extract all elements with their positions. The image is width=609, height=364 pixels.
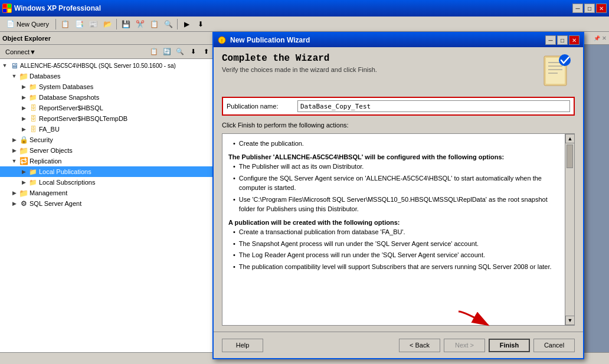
left-panel: Connect▼ 📋 🔄 🔍 ⬇ ⬆ ▼ 🖥 ALLENCHE-A5C5C4\H… <box>0 45 215 364</box>
distributor-text: The Publisher will act as its own Distri… <box>239 162 364 172</box>
bullet-snapshot-agent: • The Snapshot Agent process will run un… <box>228 239 559 249</box>
main-toolbar: 📄 New Query 📋 📑 📰 📂 💾 ✂️ 📋 🔍 ▶ ⬇ <box>0 17 609 32</box>
object-explorer-tree: ▼ 🖥 ALLENCHE-A5C5C4\HBSQL (SQL Server 10… <box>0 59 214 364</box>
tree-item-replication[interactable]: ▼ 🔁 Replication <box>0 156 214 166</box>
expander-replication[interactable]: ▼ <box>9 156 19 166</box>
expander-local-publications[interactable]: ▶ <box>19 167 28 176</box>
local-publications-label: Local Publications <box>39 168 91 175</box>
security-label: Security <box>30 136 53 143</box>
tree-item-security[interactable]: ▶ 🔒 Security <box>0 135 214 145</box>
wizard-subtitle: Verify the choices made in the wizard an… <box>222 66 533 73</box>
tree-item-db-snapshots[interactable]: ▶ 📁 Database Snapshots <box>0 92 214 103</box>
tree-item-system-db[interactable]: ▶ 📁 System Databases <box>0 81 214 92</box>
expander-db-snapshots[interactable]: ▶ <box>19 93 28 102</box>
finish-button[interactable]: Finish <box>489 339 530 352</box>
expander-management[interactable]: ▶ <box>9 188 19 198</box>
toolbar-btn-8[interactable]: 🔍 <box>162 18 175 30</box>
tree-item-local-publications[interactable]: ▶ 📁 Local Publications <box>0 166 214 177</box>
expander-fa-bu[interactable]: ▶ <box>19 124 28 134</box>
next-button[interactable]: Next > <box>444 339 485 352</box>
reportservertemp-icon: 🗄 <box>28 114 38 123</box>
server-icon: 🖥 <box>9 61 19 70</box>
dialog-body: Complete the Wizard Verify the choices m… <box>214 47 583 332</box>
minimize-button[interactable]: ─ <box>572 4 583 13</box>
dialog-maximize-button[interactable]: □ <box>557 35 568 45</box>
maximize-button[interactable]: □ <box>584 4 595 13</box>
expander-sql-server-agent[interactable]: ▶ <box>9 199 19 208</box>
title-bar-buttons: ─ □ ✕ <box>572 4 607 13</box>
bullet-icon-7: • <box>233 250 235 260</box>
toolbar-btn-10[interactable]: ⬇ <box>194 18 207 30</box>
expander-reportservertemp[interactable]: ▶ <box>19 114 28 123</box>
svg-rect-2 <box>3 9 6 12</box>
app-title: Windows XP Professional <box>14 4 572 12</box>
reportserver-label: ReportServer$HBSQL <box>39 104 103 112</box>
system-db-label: System Databases <box>39 83 93 90</box>
toolbar-btn-1[interactable]: 📋 <box>58 18 71 30</box>
toolbar-btn-9[interactable]: ▶ <box>180 18 193 30</box>
content-section-3: A publication will be created with the f… <box>228 218 559 272</box>
snapshot-folder-text: Use 'C:\Program Files\Microsoft SQL Serv… <box>239 195 559 214</box>
bullet-log-reader: • The Log Reader Agent process will run … <box>228 250 559 260</box>
toolbar-btn-7[interactable]: 📋 <box>148 18 161 30</box>
tree-item-server-objects[interactable]: ▶ 📁 Server Objects <box>0 145 214 156</box>
fa-bu-label: FA_BU <box>39 126 60 133</box>
expander-server-objects[interactable]: ▶ <box>9 146 19 155</box>
publication-name-row: Publication name: <box>222 97 575 116</box>
expander-system-db[interactable]: ▶ <box>19 82 28 91</box>
new-publication-dialog: ! New Publication Wizard ─ □ ✕ Complete … <box>212 32 584 359</box>
oe-btn-5[interactable]: ⬆ <box>200 47 212 57</box>
expander-server[interactable]: ▼ <box>0 61 9 70</box>
dialog-close-button[interactable]: ✕ <box>569 35 579 45</box>
db-snapshots-icon: 📁 <box>28 93 38 102</box>
close-button[interactable]: ✕ <box>596 4 607 13</box>
actions-header: Click Finish to perform the following ac… <box>222 122 575 129</box>
oe-btn-3[interactable]: 🔍 <box>174 47 186 57</box>
tree-item-fa-bu[interactable]: ▶ 🗄 FA_BU <box>0 124 214 135</box>
toolbar-btn-3[interactable]: 📰 <box>87 18 100 30</box>
create-pub-text: Create the publication. <box>239 139 304 149</box>
dialog-minimize-button[interactable]: ─ <box>545 35 556 45</box>
toolbar-btn-5[interactable]: 💾 <box>119 18 132 30</box>
fa-bu-icon: 🗄 <box>28 124 38 134</box>
tree-item-sql-server-agent[interactable]: ▶ ⚙ SQL Server Agent <box>0 198 214 209</box>
oe-btn-4[interactable]: ⬇ <box>187 47 199 57</box>
tree-item-reportserver[interactable]: ▶ 🗄 ReportServer$HBSQL <box>0 103 214 113</box>
expander-security[interactable]: ▶ <box>9 135 19 145</box>
bullet-transactional: • Create a transactional publication fro… <box>228 227 559 237</box>
toolbar-btn-6[interactable]: ✂️ <box>133 18 146 30</box>
expander-databases[interactable]: ▼ <box>9 71 19 81</box>
sql-agent-icon: ⚙ <box>19 199 28 208</box>
databases-folder-icon: 📁 <box>19 71 28 81</box>
new-query-button[interactable]: 📄 New Query <box>2 18 53 31</box>
scroll-down-button[interactable]: ▼ <box>565 316 575 325</box>
toolbar-btn-2[interactable]: 📑 <box>73 18 86 30</box>
new-query-icon: 📄 <box>6 20 15 28</box>
tree-item-management[interactable]: ▶ 📁 Management <box>0 188 214 198</box>
oe-btn-2[interactable]: 🔄 <box>161 47 173 57</box>
scroll-up-button[interactable]: ▲ <box>565 134 575 143</box>
toolbar-separator-2 <box>116 19 117 29</box>
cancel-button[interactable]: Cancel <box>533 339 575 352</box>
replication-icon: 🔁 <box>19 156 28 166</box>
management-icon: 📁 <box>19 188 28 198</box>
help-button[interactable]: Help <box>222 339 263 352</box>
publication-name-input[interactable] <box>297 100 570 112</box>
tree-item-databases[interactable]: ▼ 📁 Databases <box>0 71 214 81</box>
dialog-title-buttons: ─ □ ✕ <box>545 35 579 45</box>
oe-btn-1[interactable]: 📋 <box>148 47 160 57</box>
expander-local-subscriptions[interactable]: ▶ <box>19 178 28 187</box>
wizard-content-scroll[interactable]: • Create the publication. The Publisher … <box>222 134 565 325</box>
toolbar-btn-4[interactable]: 📂 <box>101 18 114 30</box>
bullet-compatibility: • The publication compatibility level wi… <box>228 262 559 272</box>
tree-item-local-subscriptions[interactable]: ▶ 📁 Local Subscriptions <box>0 177 214 188</box>
connect-button[interactable]: Connect▼ <box>2 47 39 57</box>
title-bar: Windows XP Professional ─ □ ✕ <box>0 0 609 17</box>
local-publications-icon: 📁 <box>28 167 38 176</box>
bullet-icon-2: • <box>233 162 235 172</box>
tree-item-reportservertemp[interactable]: ▶ 🗄 ReportServer$HBSQLTempDB <box>0 113 214 124</box>
expander-reportserver[interactable]: ▶ <box>19 103 28 113</box>
wizard-scrollbar: ▲ ▼ <box>565 134 574 325</box>
tree-item-server[interactable]: ▼ 🖥 ALLENCHE-A5C5C4\HBSQL (SQL Server 10… <box>0 60 214 71</box>
back-button[interactable]: < Back <box>399 339 440 352</box>
